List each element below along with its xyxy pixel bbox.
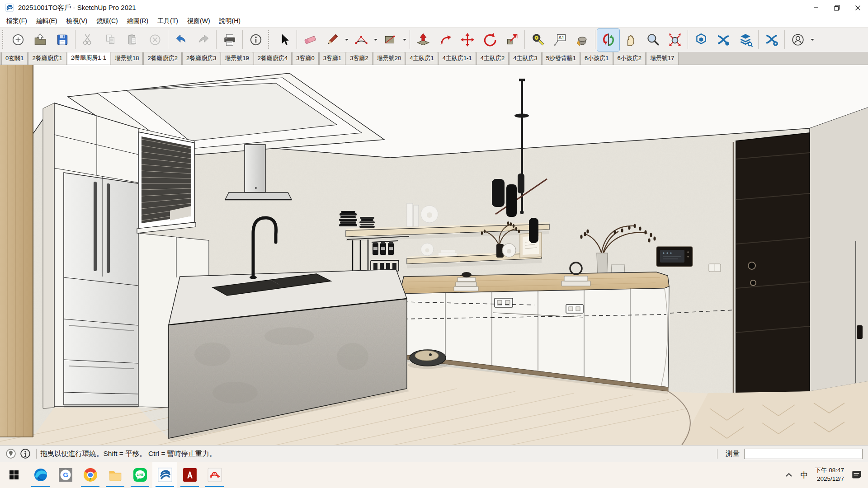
menu-file[interactable]: 檔案(F) [2,16,32,27]
rotate-tool-button[interactable] [478,29,500,51]
arc-tool-button[interactable] [350,29,372,51]
orbit-tool-button[interactable] [597,29,619,51]
light-switch[interactable] [709,264,721,272]
scene-tab[interactable]: 4主臥房1 [406,52,438,65]
model-info-button[interactable] [245,29,267,51]
menu-draw[interactable]: 繪圖(R) [123,16,153,27]
offset-tool-button[interactable] [434,29,456,51]
print-button[interactable] [218,29,241,51]
robot-vacuum[interactable] [408,350,448,369]
taskbar-adobe-button[interactable] [177,462,202,488]
scene-tab[interactable]: 2餐廳廚房2 [143,52,181,65]
text-tool-button[interactable]: A1 [549,29,571,51]
save-button[interactable] [51,29,73,51]
taskbar-file-explorer-button[interactable] [103,462,127,488]
cancel-button[interactable] [144,29,166,51]
menu-edit[interactable]: 編輯(E) [32,16,62,27]
open-icon [33,33,47,47]
geolocation-icon[interactable] [5,448,16,459]
minimize-button[interactable] [806,0,826,15]
scene-tab[interactable]: 2餐廳廚房4 [254,52,292,65]
zoom-tool-button[interactable] [642,29,664,51]
eraser-tool-button[interactable] [299,29,321,51]
viewport-canvas[interactable] [0,65,868,445]
restore-button[interactable] [826,0,847,15]
wood-column[interactable] [0,65,33,437]
pencil-dropdown[interactable] [343,29,350,51]
viewport[interactable] [0,65,868,445]
scene-tab[interactable]: 0玄關1 [1,52,28,65]
scene-tab[interactable]: 3客廳2 [346,52,372,65]
scene-tab[interactable]: 場景號18 [111,52,143,65]
scene-tab[interactable]: 場景號20 [373,52,405,65]
menu-view[interactable]: 檢視(V) [62,16,92,27]
redo-button[interactable] [192,29,214,51]
window-blinds[interactable] [137,128,196,233]
scene-tab[interactable]: 6小孩房1 [580,52,613,65]
toolbar-drag-handle[interactable] [2,30,5,49]
taskbar-acrobat-button[interactable] [202,462,227,488]
taskbar-line-button[interactable]: LINE [127,462,152,488]
wall-panel[interactable] [656,247,693,267]
components-button[interactable] [734,29,756,51]
copy-button[interactable] [99,29,122,51]
rectangle-tool-button[interactable] [379,29,401,51]
ime-indicator[interactable]: 中 [800,470,808,480]
menu-window[interactable]: 視窗(W) [183,16,215,27]
extension-manager-button[interactable] [760,29,783,51]
extension-warehouse-button[interactable] [712,29,734,51]
tray-clock[interactable]: 下午 08:47 2025/12/7 [815,466,844,483]
new-button[interactable] [7,29,29,51]
menu-tools[interactable]: 工具(T) [153,16,183,27]
close-button[interactable] [847,0,868,15]
taskbar-chrome-button[interactable] [78,462,103,488]
scene-tab[interactable]: 2餐廳廚房3 [182,52,220,65]
taskbar-edge-button[interactable] [28,462,53,488]
refrigerator[interactable] [64,173,138,408]
arc-dropdown[interactable] [372,29,379,51]
pencil-tool-button[interactable] [321,29,343,51]
scene-tab[interactable]: 4主臥房2 [476,52,509,65]
account-dropdown[interactable] [809,29,816,51]
notification-center-icon[interactable] [851,469,863,481]
right-wall[interactable] [810,108,868,391]
push-pull-tool-button[interactable] [412,29,434,51]
open-button[interactable] [29,29,51,51]
menu-camera[interactable]: 鏡頭(C) [92,16,122,27]
scene-tab[interactable]: 3客廳0 [292,52,318,65]
scene-tab[interactable]: 5沙發背牆1 [542,52,580,65]
scene-tab[interactable]: 4主臥房1-1 [439,52,476,65]
menu-help[interactable]: 說明(H) [215,16,245,27]
rectangle-dropdown[interactable] [401,29,408,51]
plate-stack[interactable] [359,217,375,228]
pan-tool-button[interactable] [619,29,642,51]
paste-button[interactable] [122,29,144,51]
tray-expand-icon[interactable] [784,470,793,479]
move-tool-button[interactable] [456,29,478,51]
start-button[interactable] [0,462,28,488]
scene-tab[interactable]: 場景號17 [646,52,678,65]
scene-tab[interactable]: 4主臥房3 [509,52,541,65]
tape-measure-tool-button[interactable] [527,29,549,51]
zoom-extents-icon [668,33,682,47]
select-tool-button[interactable] [273,29,295,51]
scene-tab[interactable]: 2餐廳廚房1 [28,52,66,65]
3d-warehouse-button[interactable] [690,29,712,51]
taskbar-sketchup-button[interactable] [152,462,177,488]
undo-button[interactable] [170,29,192,51]
entry-door[interactable] [733,133,810,396]
scale-tool-button[interactable] [500,29,523,51]
measurement-input[interactable] [744,449,863,459]
scene-tab[interactable]: 3客廳1 [319,52,345,65]
help-info-icon[interactable] [20,448,31,459]
scene-tab[interactable]: 6小孩房2 [613,52,646,65]
account-button[interactable] [787,29,809,51]
cut-button[interactable] [77,29,99,51]
zoom-extents-button[interactable] [664,29,686,51]
taskbar-google-button[interactable]: G [53,462,78,488]
toolbar-drag-handle[interactable] [268,30,271,49]
paint-bucket-tool-button[interactable] [571,29,593,51]
scene-tab[interactable]: 場景號19 [221,52,253,65]
scene-tab-active[interactable]: 2餐廳廚房1-1 [67,52,110,65]
toolbar-separator [168,30,168,49]
